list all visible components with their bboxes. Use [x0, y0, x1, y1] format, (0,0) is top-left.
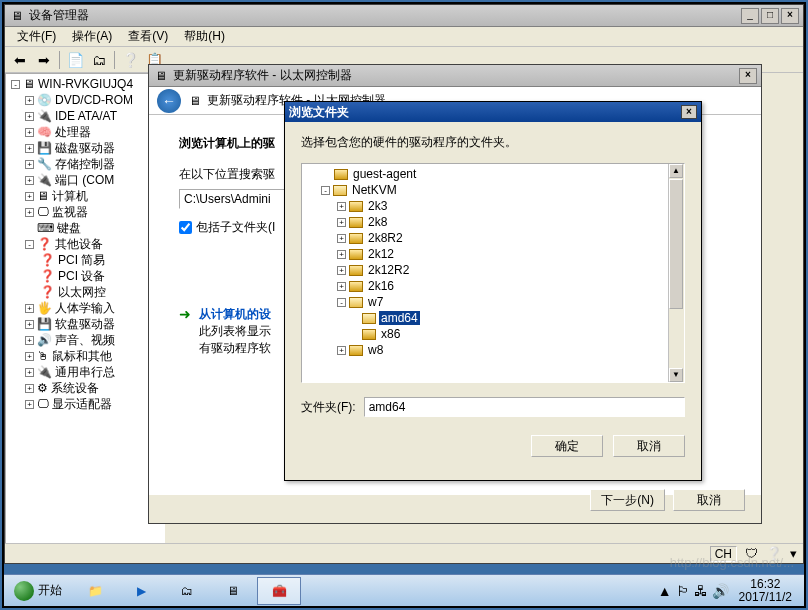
device-tree[interactable]: -🖥WIN-RVKGIUJQ4 +💿DVD/CD-ROM +🔌IDE ATA/A… — [5, 73, 165, 563]
tray-network-icon[interactable]: 🖧 — [694, 583, 708, 599]
task-server[interactable]: 🖥 — [211, 577, 255, 605]
task-powershell[interactable]: ▶ — [119, 577, 163, 605]
cancel-button[interactable]: 取消 — [673, 489, 745, 511]
task-devmgr[interactable]: 🧰 — [257, 577, 301, 605]
scroll-down[interactable]: ▼ — [669, 368, 683, 382]
close-button[interactable]: × — [781, 8, 799, 24]
next-button[interactable]: 下一步(N) — [590, 489, 665, 511]
browse-title: 浏览文件夹 — [289, 104, 681, 121]
minimize-button[interactable]: _ — [741, 8, 759, 24]
scroll-up[interactable]: ▲ — [669, 164, 683, 178]
devmgr-titlebar[interactable]: 🖥 设备管理器 _ □ × — [5, 5, 803, 27]
expand-root[interactable]: - — [11, 80, 20, 89]
taskbar: 开始 📁 ▶ 🗂 🖥 🧰 ▲ 🏳 🖧 🔊 16:32 2017/11/2 — [4, 574, 804, 606]
from-list-link[interactable]: 从计算机的设 — [199, 306, 271, 323]
arrow-icon: ➜ — [179, 306, 191, 322]
drvdlg-icon: 🖥 — [153, 68, 169, 84]
folder-input[interactable] — [364, 397, 685, 417]
browse-folder-dialog: 浏览文件夹 × 选择包含您的硬件的驱动程序的文件夹。 guest-agent -… — [284, 101, 702, 481]
scroll-thumb[interactable] — [669, 179, 683, 309]
tray-clock[interactable]: 16:32 2017/11/2 — [733, 578, 798, 604]
task-explorer[interactable]: 📁 — [73, 577, 117, 605]
menu-view[interactable]: 查看(V) — [120, 26, 176, 47]
menubar: 文件(F) 操作(A) 查看(V) 帮助(H) — [5, 27, 803, 47]
tree-icon[interactable]: 🗂 — [88, 49, 110, 71]
tray-sound-icon[interactable]: 🔊 — [712, 583, 729, 599]
drvdlg-title: 更新驱动程序软件 - 以太网控制器 — [173, 67, 739, 84]
expand[interactable]: + — [25, 96, 34, 105]
menu-help[interactable]: 帮助(H) — [176, 26, 233, 47]
browse-msg: 选择包含您的硬件的驱动程序的文件夹。 — [301, 134, 685, 151]
menu-file[interactable]: 文件(F) — [9, 26, 64, 47]
back-button[interactable]: ← — [157, 89, 181, 113]
path-input[interactable] — [179, 189, 299, 209]
help-icon[interactable]: ❔ — [119, 49, 141, 71]
drvdlg-titlebar[interactable]: 🖥 更新驱动程序软件 - 以太网控制器 × — [149, 65, 761, 87]
forward-icon[interactable]: ➡ — [33, 49, 55, 71]
task-folder[interactable]: 🗂 — [165, 577, 209, 605]
include-sub-checkbox[interactable] — [179, 221, 192, 234]
watermark: http://blog.csdn.net/... — [670, 555, 794, 570]
browse-close[interactable]: × — [681, 105, 697, 119]
back-icon[interactable]: ⬅ — [9, 49, 31, 71]
menu-action[interactable]: 操作(A) — [64, 26, 120, 47]
drvdlg-close[interactable]: × — [739, 68, 757, 84]
start-orb-icon — [14, 581, 34, 601]
devmgr-title: 设备管理器 — [29, 7, 741, 24]
browse-cancel-button[interactable]: 取消 — [613, 435, 685, 457]
ok-button[interactable]: 确定 — [531, 435, 603, 457]
include-sub-label: 包括子文件夹(I — [196, 219, 275, 236]
start-button[interactable]: 开始 — [4, 577, 72, 605]
selected-folder[interactable]: amd64 — [379, 311, 420, 325]
devmgr-icon: 🖥 — [9, 8, 25, 24]
maximize-button[interactable]: □ — [761, 8, 779, 24]
view-icon[interactable]: 📄 — [64, 49, 86, 71]
folder-label: 文件夹(F): — [301, 399, 356, 416]
folder-tree[interactable]: guest-agent -NetKVM +2k3 +2k8 +2k8R2 +2k… — [301, 163, 685, 383]
tray-arrow-icon[interactable]: ▲ — [658, 583, 672, 599]
browse-titlebar[interactable]: 浏览文件夹 × — [285, 102, 701, 122]
tray-flag-icon[interactable]: 🏳 — [676, 583, 690, 599]
scrollbar[interactable]: ▲ ▼ — [668, 164, 684, 382]
